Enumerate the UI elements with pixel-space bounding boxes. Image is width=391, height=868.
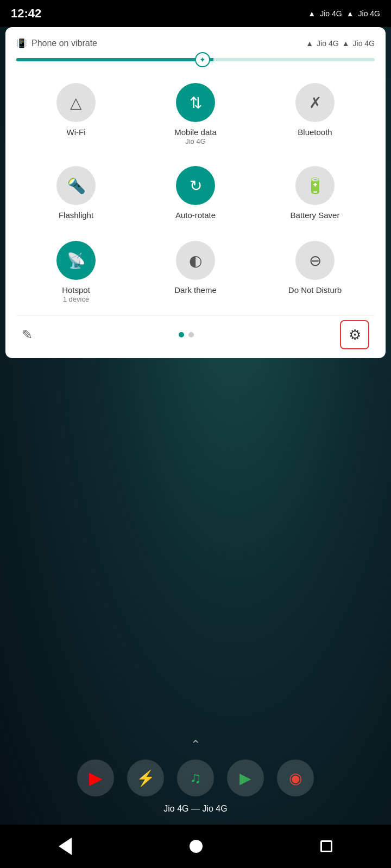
messenger-icon: ⚡ — [136, 769, 155, 787]
quick-settings-panel: 📳 Phone on vibrate ▲ Jio 4G ▲ Jio 4G △ W… — [5, 27, 386, 358]
hotspot-circle: 📡 — [56, 241, 96, 280]
edit-icon: ✎ — [22, 327, 33, 342]
bluetooth-circle: ✗ — [295, 83, 335, 122]
status-time: 12:42 — [11, 7, 41, 21]
qs-bottom-bar: ✎ ⚙ — [16, 315, 375, 353]
status-bar: 12:42 ▲ Jio 4G ▲ Jio 4G — [0, 0, 391, 27]
brightness-thumb[interactable] — [195, 52, 210, 67]
battery-saver-circle: 🔋 — [295, 166, 335, 205]
network-status: ▲ Jio 4G ▲ Jio 4G — [306, 39, 375, 48]
vibrate-label: Phone on vibrate — [31, 39, 97, 48]
dnd-circle: ⊖ — [295, 241, 335, 280]
signal-icon-1: ▲ — [308, 9, 316, 18]
page-dots — [179, 332, 194, 337]
recents-icon — [320, 840, 332, 852]
qs-grid: △ Wi-Fi ⇅ Mobile data Jio 4G ✗ Bluetooth… — [16, 74, 375, 310]
brightness-row — [16, 58, 375, 61]
tile-dark-theme[interactable]: ◐ Dark theme — [136, 232, 255, 310]
navigation-bar — [0, 825, 391, 868]
bluetooth-label: Bluetooth — [298, 127, 332, 137]
dark-theme-icon: ◐ — [189, 252, 202, 270]
vibrate-icon: 📳 — [16, 38, 27, 48]
vibrate-indicator: 📳 Phone on vibrate — [16, 38, 97, 48]
tile-dnd[interactable]: ⊖ Do Not Disturb — [255, 232, 375, 310]
play-store-icon: ▶ — [239, 769, 251, 787]
status-icons: ▲ Jio 4G ▲ Jio 4G — [308, 9, 380, 18]
home-icon — [190, 840, 203, 853]
youtube-icon: ▶ — [89, 768, 103, 788]
app-play-store[interactable]: ▶ — [227, 760, 264, 796]
tile-hotspot[interactable]: 📡 Hotspot 1 device — [16, 232, 136, 310]
network-label-1: Jio 4G — [320, 9, 342, 18]
auto-rotate-icon: ↻ — [190, 177, 202, 195]
app-spotify[interactable]: ♫ — [177, 760, 214, 796]
wifi-label: Wi-Fi — [67, 127, 86, 137]
net1-label: Jio 4G — [317, 39, 338, 48]
dark-theme-circle: ◐ — [176, 241, 215, 280]
dock-chevron: ⌃ — [191, 738, 200, 752]
auto-rotate-circle: ↻ — [176, 166, 215, 205]
recents-button[interactable] — [320, 840, 332, 852]
app-messenger[interactable]: ⚡ — [127, 760, 164, 796]
back-icon — [59, 838, 72, 855]
dnd-label: Do Not Disturb — [288, 285, 342, 295]
back-button[interactable] — [59, 838, 72, 855]
flashlight-label: Flashlight — [59, 210, 93, 220]
dnd-icon: ⊖ — [309, 252, 321, 270]
settings-icon: ⚙ — [349, 327, 361, 343]
home-button[interactable] — [190, 840, 203, 853]
dock-area: ⌃ ▶ ⚡ ♫ ▶ ◉ Jio 4G — Jio 4G — [0, 738, 391, 814]
tile-mobile-data[interactable]: ⇅ Mobile data Jio 4G — [136, 74, 255, 152]
edit-button[interactable]: ✎ — [22, 327, 33, 342]
qs-header: 📳 Phone on vibrate ▲ Jio 4G ▲ Jio 4G — [16, 38, 375, 48]
app-youtube[interactable]: ▶ — [77, 760, 114, 796]
brightness-slider[interactable] — [16, 58, 375, 61]
tile-battery-saver[interactable]: 🔋 Battery Saver — [255, 157, 375, 227]
flashlight-circle: 🔦 — [56, 166, 96, 205]
mobile-data-icon: ⇅ — [190, 94, 202, 112]
bluetooth-icon: ✗ — [309, 94, 321, 112]
tile-auto-rotate[interactable]: ↻ Auto-rotate — [136, 157, 255, 227]
tile-flashlight[interactable]: 🔦 Flashlight — [16, 157, 136, 227]
settings-button[interactable]: ⚙ — [340, 320, 369, 349]
tile-bluetooth[interactable]: ✗ Bluetooth — [255, 74, 375, 152]
auto-rotate-label: Auto-rotate — [175, 210, 216, 220]
mobile-data-sublabel: Jio 4G — [185, 137, 206, 145]
dark-theme-label: Dark theme — [174, 285, 217, 295]
network-status-label: Jio 4G — Jio 4G — [163, 804, 227, 814]
signal-icon-2: ▲ — [346, 9, 354, 18]
spotify-icon: ♫ — [190, 769, 201, 787]
tile-wifi[interactable]: △ Wi-Fi — [16, 74, 136, 152]
wifi-circle: △ — [56, 83, 96, 122]
app-chrome[interactable]: ◉ — [277, 760, 314, 796]
signal-bar-2: ▲ — [342, 39, 350, 48]
flashlight-icon: 🔦 — [67, 177, 86, 195]
battery-saver-icon: 🔋 — [306, 177, 325, 195]
dot-1 — [179, 332, 184, 337]
hotspot-sublabel: 1 device — [63, 295, 89, 303]
hotspot-label: Hotspot — [62, 285, 90, 295]
dot-2 — [188, 332, 194, 337]
hotspot-icon: 📡 — [67, 252, 86, 270]
battery-saver-label: Battery Saver — [291, 210, 340, 220]
dock-apps: ▶ ⚡ ♫ ▶ ◉ — [77, 760, 314, 796]
network-label-2: Jio 4G — [358, 9, 380, 18]
mobile-data-circle: ⇅ — [176, 83, 215, 122]
net2-label: Jio 4G — [353, 39, 375, 48]
chrome-icon: ◉ — [289, 769, 302, 787]
signal-bar-1: ▲ — [306, 39, 313, 48]
wifi-icon: △ — [70, 94, 82, 112]
mobile-data-label: Mobile data — [174, 127, 217, 137]
